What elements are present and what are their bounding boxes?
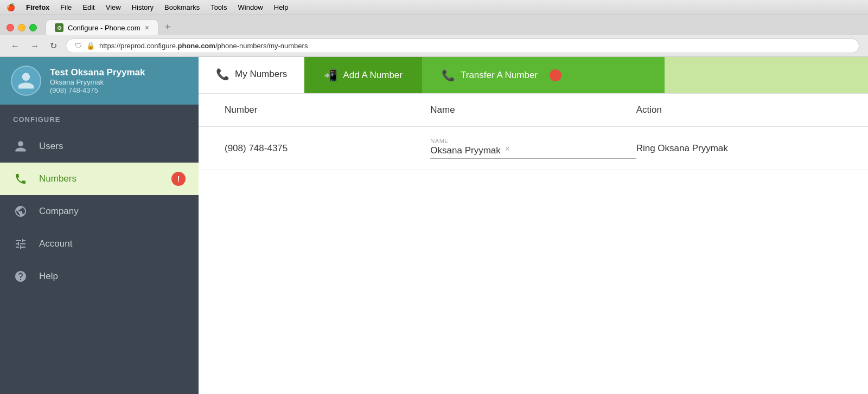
sidebar-user-subname: Oksana Pryymak: [50, 78, 145, 86]
tab-add-number-label: Add A Number: [343, 70, 403, 81]
configure-section-label: CONFIGURE: [0, 105, 199, 130]
reload-button[interactable]: ↻: [48, 38, 59, 53]
sidebar-item-company[interactable]: Company: [0, 195, 199, 228]
forward-button[interactable]: →: [28, 39, 41, 53]
back-button[interactable]: ←: [9, 39, 22, 53]
user-avatar-icon: [16, 71, 36, 91]
sidebar-item-label-company: Company: [39, 206, 79, 217]
tab-bar: ⚙ Configure - Phone.com × +: [0, 15, 868, 35]
new-tab-button[interactable]: +: [161, 20, 175, 35]
security-shield-icon: 🛡: [75, 42, 82, 50]
sidebar-item-users[interactable]: Users: [0, 130, 199, 163]
numbers-badge: !: [171, 172, 186, 186]
sidebar-header: Test Oksana Pryymak Oksana Pryymak (908)…: [0, 57, 199, 105]
menu-help[interactable]: Help: [274, 3, 289, 11]
menu-window[interactable]: Window: [238, 3, 263, 11]
address-bar-row: ← → ↻ 🛡 🔒 https://preprod.configure.phon…: [0, 35, 868, 56]
tab-transfer-number-label: Transfer A Number: [461, 70, 538, 81]
sidebar-navigation: Users Numbers ! Company: [0, 130, 199, 293]
sidebar-item-help[interactable]: Help: [0, 260, 199, 293]
column-header-number: Number: [225, 105, 430, 115]
table-row: (908) 748-4375 NAME Oksana Pryymak × Rin…: [199, 127, 868, 170]
sidebar-item-label-help: Help: [39, 271, 58, 282]
name-field-row: Oksana Pryymak ×: [430, 144, 636, 156]
sidebar-item-label-account: Account: [39, 238, 72, 249]
sidebar: Test Oksana Pryymak Oksana Pryymak (908)…: [0, 57, 199, 394]
tab-my-numbers-label: My Numbers: [235, 69, 287, 80]
tab-transfer-number[interactable]: 📞 Transfer A Number: [422, 57, 665, 93]
maximize-window-button[interactable]: [29, 24, 37, 31]
cell-name: NAME Oksana Pryymak ×: [430, 138, 636, 159]
tab-bar-remainder: [665, 57, 868, 93]
my-numbers-phone-icon: 📞: [216, 68, 229, 81]
column-header-action: Action: [636, 105, 842, 115]
tab-my-numbers[interactable]: 📞 My Numbers: [199, 57, 304, 93]
content-tab-bar: 📞 My Numbers 📲 Add A Number 📞 Transfer A…: [199, 57, 868, 94]
add-number-icon: 📲: [324, 69, 337, 82]
account-settings-icon: [13, 236, 28, 251]
main-content: 📞 My Numbers 📲 Add A Number 📞 Transfer A…: [199, 57, 868, 394]
menu-history[interactable]: History: [132, 3, 154, 11]
red-dot-indicator: [550, 69, 561, 81]
menu-file[interactable]: File: [60, 3, 72, 11]
menu-edit[interactable]: Edit: [82, 3, 94, 11]
lock-icon: 🔒: [86, 42, 95, 50]
macos-menubar: 🍎 Firefox File Edit View History Bookmar…: [0, 0, 868, 15]
company-globe-icon: [13, 204, 28, 219]
numbers-table: Number Name Action (908) 748-4375 NAME O…: [199, 94, 868, 394]
menu-view[interactable]: View: [106, 3, 121, 11]
tab-close-button[interactable]: ×: [145, 23, 149, 32]
menu-bookmarks[interactable]: Bookmarks: [164, 3, 200, 11]
name-clear-button[interactable]: ×: [505, 144, 510, 154]
name-field-label: NAME: [430, 138, 636, 144]
table-header: Number Name Action: [199, 94, 868, 127]
users-icon: [13, 139, 28, 154]
sidebar-item-account[interactable]: Account: [0, 228, 199, 260]
name-field-value: Oksana Pryymak: [430, 145, 500, 156]
minimize-window-button[interactable]: [18, 24, 25, 31]
cell-action: Ring Oksana Pryymak: [636, 143, 842, 154]
app-container: Test Oksana Pryymak Oksana Pryymak (908)…: [0, 57, 868, 394]
sidebar-item-label-users: Users: [39, 141, 63, 152]
url-display: https://preprod.configure.phone.com/phon…: [99, 42, 308, 50]
tab-favicon: ⚙: [55, 23, 63, 32]
sidebar-user-info: Test Oksana Pryymak Oksana Pryymak (908)…: [50, 67, 145, 94]
sidebar-item-label-numbers: Numbers: [39, 173, 76, 184]
avatar: [11, 66, 41, 96]
transfer-number-icon: 📞: [442, 69, 455, 82]
traffic-lights: [7, 24, 37, 31]
apple-menu[interactable]: 🍎: [7, 3, 15, 11]
sidebar-item-numbers[interactable]: Numbers !: [0, 163, 199, 195]
browser-chrome: ⚙ Configure - Phone.com × + ← → ↻ 🛡 🔒 ht…: [0, 15, 868, 57]
column-header-name: Name: [430, 105, 636, 115]
close-window-button[interactable]: [7, 24, 14, 31]
sidebar-user-display-name: Test Oksana Pryymak: [50, 67, 145, 78]
name-field[interactable]: NAME Oksana Pryymak ×: [430, 138, 636, 159]
tab-title: Configure - Phone.com: [68, 24, 141, 32]
tab-add-number[interactable]: 📲 Add A Number: [304, 57, 422, 93]
cell-number: (908) 748-4375: [225, 143, 430, 154]
sidebar-user-phone: (908) 748-4375: [50, 86, 145, 94]
numbers-phone-icon: [13, 171, 28, 186]
app-name: Firefox: [26, 3, 49, 11]
menu-tools[interactable]: Tools: [210, 3, 227, 11]
active-tab[interactable]: ⚙ Configure - Phone.com ×: [46, 20, 158, 35]
help-icon: [13, 269, 28, 284]
address-bar[interactable]: 🛡 🔒 https://preprod.configure.phone.com/…: [66, 38, 859, 53]
